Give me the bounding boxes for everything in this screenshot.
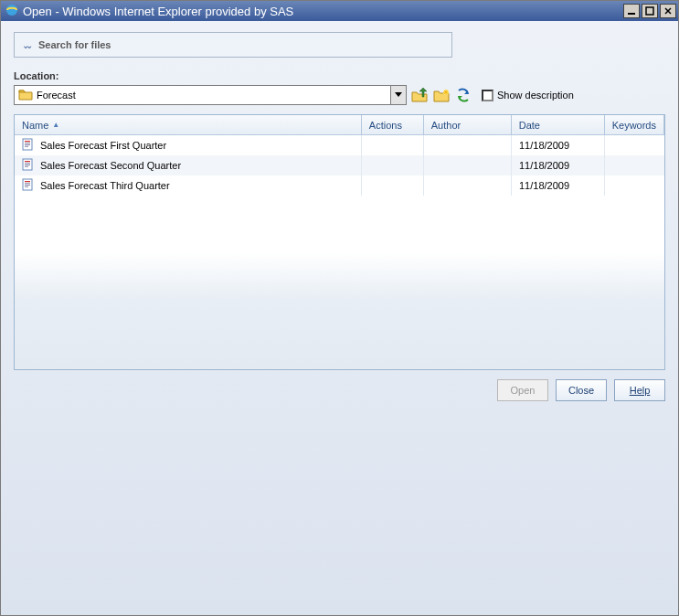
grid-body: Sales Forecast First Quarter11/18/2009Sa… [15, 135, 664, 252]
svg-rect-17 [25, 185, 30, 186]
grid-empty-area [15, 252, 664, 369]
file-date: 11/18/2009 [512, 175, 605, 196]
file-name: Sales Forecast Third Quarter [40, 180, 170, 191]
search-placeholder: Search for files [38, 39, 111, 50]
ie-icon [5, 3, 19, 20]
location-label: Location: [14, 70, 665, 81]
svg-rect-8 [25, 146, 28, 147]
file-keywords [605, 155, 664, 175]
file-author [424, 175, 512, 196]
refresh-button[interactable] [454, 86, 472, 104]
file-author [424, 135, 512, 155]
open-dialog-window: Open - Windows Internet Explorer provide… [0, 0, 679, 616]
chevron-down-icon: ⌄⌄ [22, 40, 29, 50]
svg-rect-15 [25, 181, 30, 182]
report-icon [22, 178, 35, 193]
svg-rect-10 [25, 161, 30, 162]
svg-rect-6 [25, 143, 30, 143]
dialog-button-bar: Open Close Help [14, 370, 665, 401]
report-icon [22, 158, 35, 173]
column-header-name[interactable]: Name ▲ [15, 115, 362, 134]
file-name: Sales Forecast First Quarter [40, 140, 166, 151]
svg-rect-1 [628, 13, 635, 15]
file-name: Sales Forecast Second Quarter [40, 160, 181, 171]
show-description-checkbox-row: Show description [482, 90, 574, 101]
open-button[interactable]: Open [497, 379, 548, 401]
file-keywords [605, 135, 664, 155]
folder-icon [18, 88, 33, 102]
dropdown-button[interactable] [390, 86, 406, 104]
column-header-author[interactable]: Author [424, 115, 512, 134]
file-row[interactable]: Sales Forecast Third Quarter11/18/2009 [15, 175, 664, 196]
search-bar[interactable]: ⌄⌄ Search for files [14, 32, 452, 58]
file-actions [362, 175, 424, 196]
location-value: Forecast [37, 90, 390, 101]
svg-rect-12 [25, 165, 30, 165]
show-description-label: Show description [497, 90, 574, 101]
show-description-checkbox[interactable] [482, 90, 493, 101]
close-button[interactable]: Close [556, 379, 607, 401]
svg-rect-7 [25, 144, 30, 145]
svg-rect-2 [646, 7, 653, 15]
window-title: Open - Windows Internet Explorer provide… [23, 5, 621, 18]
column-header-date[interactable]: Date [512, 115, 605, 134]
svg-rect-18 [25, 186, 28, 187]
svg-rect-11 [25, 163, 30, 164]
file-author [424, 155, 512, 175]
file-date: 11/18/2009 [512, 135, 605, 155]
file-date: 11/18/2009 [512, 155, 605, 175]
file-grid: Name ▲ Actions Author Date Keywords Sale… [14, 114, 665, 370]
file-row[interactable]: Sales Forecast Second Quarter11/18/2009 [15, 155, 664, 175]
column-header-keywords[interactable]: Keywords [605, 115, 664, 134]
close-window-button[interactable] [660, 4, 676, 18]
up-folder-button[interactable] [410, 86, 429, 104]
file-actions [362, 155, 424, 175]
column-header-actions[interactable]: Actions [362, 115, 424, 134]
svg-rect-13 [25, 166, 28, 167]
sort-asc-icon: ▲ [52, 121, 59, 129]
maximize-button[interactable] [642, 4, 658, 18]
svg-rect-5 [25, 141, 30, 142]
file-keywords [605, 175, 664, 196]
minimize-button[interactable] [623, 4, 640, 18]
location-row: Forecast [14, 85, 665, 105]
titlebar: Open - Windows Internet Explorer provide… [1, 1, 678, 21]
new-folder-button[interactable] [432, 86, 451, 104]
report-icon [22, 138, 35, 153]
help-button[interactable]: Help [614, 379, 665, 401]
file-actions [362, 135, 424, 155]
svg-rect-16 [25, 183, 30, 184]
file-row[interactable]: Sales Forecast First Quarter11/18/2009 [15, 135, 664, 155]
location-select[interactable]: Forecast [14, 85, 407, 105]
grid-header: Name ▲ Actions Author Date Keywords [15, 115, 664, 135]
dialog-content: ⌄⌄ Search for files Location: Forecast [1, 21, 678, 615]
